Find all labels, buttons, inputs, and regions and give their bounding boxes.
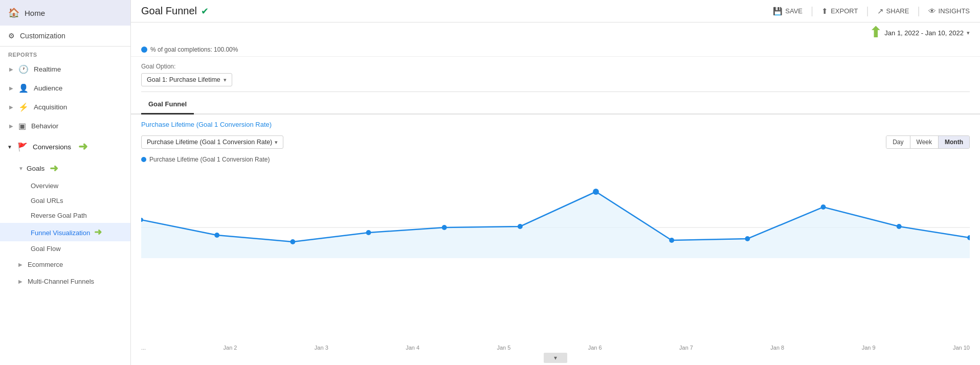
- sidebar-item-conversions[interactable]: ▼ 🚩 Conversions ➜: [0, 135, 130, 158]
- top-bar: Goal Funnel ✔ 💾 SAVE | ⬆ EXPORT | ↗ SHAR…: [131, 0, 980, 22]
- metric-row: Purchase Lifetime (Goal 1 Conversion Rat…: [131, 130, 980, 154]
- x-label-jan3: Jan 3: [315, 345, 328, 351]
- reports-section-label: REPORTS: [0, 47, 130, 60]
- sidebar-item-acquisition[interactable]: ▶ ⚡ Acquisition: [0, 98, 130, 117]
- x-label-jan9: Jan 9: [862, 345, 876, 351]
- sidebar-item-reverse-goal-path[interactable]: Reverse Goal Path: [0, 208, 130, 223]
- legend-dot: [141, 47, 147, 53]
- chevron-icon: ▶: [9, 85, 13, 91]
- time-btn-week[interactable]: Week: [910, 136, 939, 148]
- tab-row: Goal Funnel: [131, 95, 980, 115]
- page-title: Goal Funnel: [141, 5, 197, 17]
- ecommerce-chevron-icon: ▶: [18, 262, 23, 267]
- svg-point-3: [214, 233, 219, 238]
- save-icon: 💾: [773, 7, 783, 16]
- save-button[interactable]: 💾 SAVE: [773, 7, 803, 16]
- separator-3: |: [917, 5, 920, 17]
- x-label-jan10: Jan 10: [953, 345, 970, 351]
- home-icon: 🏠: [8, 7, 19, 18]
- export-label: EXPORT: [831, 7, 858, 15]
- sidebar-item-realtime[interactable]: ▶ 🕐 Realtime: [0, 60, 130, 79]
- acquisition-icon: ⚡: [18, 102, 29, 112]
- audience-label: Audience: [34, 84, 62, 92]
- goal-option-value: Goal 1: Purchase Lifetime: [147, 76, 220, 83]
- multichannel-chevron-icon: ▶: [18, 279, 23, 284]
- sidebar-item-goal-urls[interactable]: Goal URLs: [0, 193, 130, 208]
- insights-label: INSIGHTS: [939, 7, 970, 15]
- sidebar-item-funnel-visualization[interactable]: Funnel Visualization ➜: [0, 223, 130, 241]
- page-title-group: Goal Funnel ✔: [141, 5, 209, 17]
- ecommerce-label: Ecommerce: [28, 261, 63, 268]
- chevron-icon: ▼: [7, 144, 12, 150]
- verified-icon: ✔: [201, 6, 209, 17]
- metric-dropdown-value: Purchase Lifetime (Goal 1 Conversion Rat…: [147, 139, 272, 146]
- sidebar-item-goal-flow[interactable]: Goal Flow: [0, 241, 130, 256]
- separator-2: |: [866, 5, 868, 17]
- separator-1: |: [811, 5, 813, 17]
- date-up-arrow-icon: ⬆: [870, 26, 881, 40]
- legend-bar: % of goal completions: 100.00%: [131, 43, 980, 57]
- sidebar-item-multichannel[interactable]: ▶ Multi-Channel Funnels: [0, 273, 130, 290]
- svg-marker-1: [141, 192, 970, 258]
- chart-legend-text: Purchase Lifetime (Goal 1 Conversion Rat…: [149, 156, 270, 163]
- sidebar-home[interactable]: 🏠 Home: [0, 0, 130, 26]
- goal-option-label: Goal Option:: [141, 63, 970, 70]
- chevron-icon: ▶: [9, 123, 13, 129]
- date-range-text: Jan 1, 2022 - Jan 10, 2022: [884, 29, 964, 37]
- scroll-down-button[interactable]: ▾: [544, 353, 567, 363]
- svg-point-11: [821, 204, 826, 210]
- sidebar-customization[interactable]: ⚙ Customization: [0, 26, 130, 47]
- chevron-icon: ▶: [9, 104, 13, 110]
- goals-header[interactable]: ▼ Goals ➜: [0, 158, 130, 178]
- svg-point-5: [366, 230, 371, 235]
- tab-goal-funnel[interactable]: Goal Funnel: [141, 95, 194, 115]
- date-range-dropdown[interactable]: ▾: [967, 30, 970, 36]
- home-label: Home: [25, 9, 45, 17]
- funnel-arrow-indicator: ➜: [94, 226, 102, 238]
- svg-point-6: [442, 225, 447, 230]
- conversions-icon: 🚩: [17, 142, 28, 152]
- goal-option-dropdown[interactable]: Goal 1: Purchase Lifetime ▾: [141, 73, 232, 86]
- time-btn-month[interactable]: Month: [939, 136, 969, 148]
- scroll-indicator: ▾: [131, 351, 980, 365]
- chart-container: [131, 166, 980, 344]
- export-button[interactable]: ⬆ EXPORT: [821, 7, 858, 16]
- sidebar-item-ecommerce[interactable]: ▶ Ecommerce: [0, 256, 130, 273]
- svg-point-9: [669, 238, 674, 243]
- x-axis-labels: ... Jan 2 Jan 3 Jan 4 Jan 5 Jan 6 Jan 7 …: [131, 344, 980, 351]
- svg-point-7: [518, 224, 523, 229]
- chevron-icon: ▶: [9, 66, 13, 72]
- goals-chevron-icon: ▼: [18, 166, 24, 171]
- x-label-jan2: Jan 2: [224, 345, 237, 351]
- time-buttons-group: Day Week Month: [886, 135, 970, 149]
- behavior-icon: ▣: [18, 121, 26, 131]
- x-label-jan7: Jan 7: [679, 345, 693, 351]
- insights-icon: 👁: [928, 7, 936, 15]
- insights-button[interactable]: 👁 INSIGHTS: [928, 7, 970, 15]
- share-button[interactable]: ↗ SHARE: [877, 7, 909, 16]
- main-content: Goal Funnel ✔ 💾 SAVE | ⬆ EXPORT | ↗ SHAR…: [131, 0, 980, 365]
- x-label-jan4: Jan 4: [406, 345, 419, 351]
- x-label-jan6: Jan 6: [588, 345, 602, 351]
- x-label-ellipsis: ...: [141, 345, 146, 351]
- share-label: SHARE: [886, 7, 909, 15]
- svg-point-8: [593, 189, 599, 195]
- conversions-label: Conversions: [33, 143, 71, 151]
- sidebar-item-audience[interactable]: ▶ 👤 Audience: [0, 79, 130, 98]
- sidebar-item-overview[interactable]: Overview: [0, 178, 130, 193]
- svg-point-4: [290, 239, 295, 244]
- legend-text: % of goal completions: 100.00%: [150, 46, 238, 53]
- sidebar-item-behavior[interactable]: ▶ ▣ Behavior: [0, 117, 130, 135]
- goal-option-section: Goal Option: Goal 1: Purchase Lifetime ▾: [131, 57, 980, 95]
- chart-legend-dot: [141, 157, 146, 162]
- conversions-arrow-indicator: ➜: [78, 140, 87, 153]
- metric-dropdown[interactable]: Purchase Lifetime (Goal 1 Conversion Rat…: [141, 135, 283, 149]
- metric-caret-icon: ▾: [275, 139, 278, 146]
- top-actions: 💾 SAVE | ⬆ EXPORT | ↗ SHARE | 👁 INSIGHTS: [773, 5, 970, 17]
- save-label: SAVE: [785, 7, 803, 15]
- line-chart: [141, 166, 970, 258]
- chart-legend-row: Purchase Lifetime (Goal 1 Conversion Rat…: [131, 154, 980, 166]
- export-icon: ⬆: [821, 7, 828, 16]
- time-btn-day[interactable]: Day: [886, 136, 910, 148]
- svg-point-10: [745, 236, 750, 241]
